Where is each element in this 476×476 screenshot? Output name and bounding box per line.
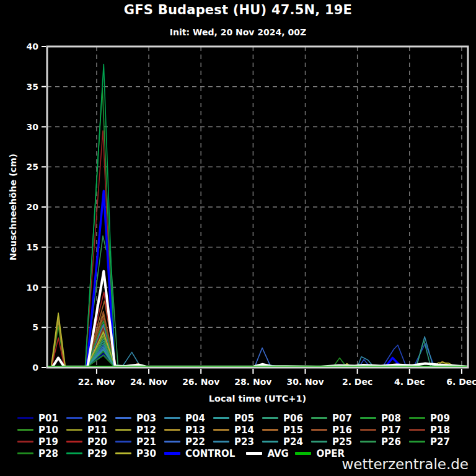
legend-swatch — [360, 417, 376, 419]
legend-item-p23: P23 — [213, 436, 262, 447]
legend-swatch — [17, 417, 33, 419]
legend-row: P10P11P12P13P14P15P16P17P18 — [0, 424, 476, 436]
legend-swatch — [262, 429, 278, 431]
legend-label: OPER — [316, 448, 345, 459]
legend-label: P08 — [381, 413, 401, 424]
legend-label: P22 — [185, 436, 205, 447]
legend-item-p25: P25 — [311, 436, 360, 447]
legend-swatch — [115, 452, 131, 454]
legend-swatch — [360, 429, 376, 431]
legend-label: P03 — [136, 413, 156, 424]
y-tick-label: 0 — [32, 363, 38, 372]
legend-label: P11 — [87, 425, 107, 436]
legend-swatch — [246, 452, 262, 455]
legend-swatch — [164, 441, 180, 443]
legend-swatch — [66, 441, 82, 443]
legend-item-p13: P13 — [164, 425, 213, 436]
y-tick-label: 20 — [27, 202, 39, 212]
legend-item-p02: P02 — [66, 413, 115, 424]
legend-swatch — [213, 417, 229, 419]
watermark: wetterzentrale.de — [342, 456, 469, 472]
legend-label: P01 — [38, 413, 58, 424]
y-axis: 0510152025303540 — [27, 42, 46, 372]
legend-swatch — [409, 429, 425, 431]
legend-swatch — [409, 441, 425, 443]
legend-item-p15: P15 — [262, 425, 311, 436]
legend-row: P01P02P03P04P05P06P07P08P09 — [0, 412, 476, 424]
y-axis-label: Neuschneehöhe (cm) — [8, 154, 18, 260]
legend-swatch — [164, 417, 180, 419]
legend-item-p28: P28 — [17, 448, 66, 459]
legend-item-p14: P14 — [213, 425, 262, 436]
legend-swatch — [115, 441, 131, 443]
legend-item-p12: P12 — [115, 425, 164, 436]
legend-swatch — [17, 441, 33, 443]
x-axis-label: Local time (UTC+1) — [209, 394, 306, 403]
y-tick-label: 40 — [27, 42, 39, 51]
legend-label: CONTROL — [185, 448, 235, 459]
legend-swatch — [311, 429, 327, 431]
legend-item-p04: P04 — [164, 413, 213, 424]
legend-swatch — [164, 452, 180, 455]
legend-label: P24 — [283, 436, 303, 447]
legend-label: AVG — [267, 448, 289, 459]
legend-swatch — [17, 452, 33, 454]
ensemble-plot: 051015202530354022. Nov24. Nov26. Nov28.… — [0, 0, 476, 409]
legend-item-p24: P24 — [262, 436, 311, 447]
legend-swatch — [115, 417, 131, 419]
x-tick-label: 6. Dec — [446, 377, 476, 387]
legend-swatch — [311, 417, 327, 419]
x-axis: 22. Nov24. Nov26. Nov28. Nov30. Nov2. De… — [78, 369, 476, 387]
legend-swatch — [164, 429, 180, 431]
legend-item-p29: P29 — [66, 448, 115, 459]
legend-label: P06 — [283, 413, 303, 424]
x-tick-label: 22. Nov — [78, 377, 115, 387]
legend-swatch — [66, 452, 82, 454]
legend-swatch — [295, 452, 311, 455]
legend-item-p16: P16 — [311, 425, 360, 436]
legend-label: P15 — [283, 425, 303, 436]
legend-label: P12 — [136, 425, 156, 436]
legend-label: P02 — [87, 413, 107, 424]
legend-item-p08: P08 — [360, 413, 409, 424]
legend-item-p06: P06 — [262, 413, 311, 424]
legend-swatch — [66, 417, 82, 419]
x-tick-label: 2. Dec — [342, 377, 372, 387]
legend-swatch — [262, 417, 278, 419]
legend-item-p30: P30 — [115, 448, 164, 459]
legend-label: P26 — [381, 436, 401, 447]
legend-item-avg: AVG — [246, 448, 295, 459]
legend-label: P13 — [185, 425, 205, 436]
y-tick-label: 35 — [27, 82, 38, 92]
legend-swatch — [262, 441, 278, 443]
x-tick-label: 30. Nov — [286, 377, 324, 387]
legend-label: P28 — [38, 448, 58, 459]
legend-label: P05 — [234, 413, 254, 424]
legend-item-p26: P26 — [360, 436, 409, 447]
legend-item-p01: P01 — [17, 413, 66, 424]
legend-item-p19: P19 — [17, 436, 66, 447]
legend: P01P02P03P04P05P06P07P08P09P10P11P12P13P… — [0, 412, 476, 459]
legend-label: P27 — [430, 436, 450, 447]
legend-item-p07: P07 — [311, 413, 360, 424]
x-tick-label: 24. Nov — [130, 377, 167, 387]
legend-swatch — [311, 441, 327, 443]
legend-swatch — [115, 429, 131, 431]
legend-label: P16 — [332, 425, 352, 436]
legend-item-p09: P09 — [409, 413, 458, 424]
y-tick-label: 15 — [27, 242, 38, 252]
legend-item-p03: P03 — [115, 413, 164, 424]
legend-label: P07 — [332, 413, 352, 424]
legend-label: P21 — [136, 436, 156, 447]
legend-label: P23 — [234, 436, 254, 447]
legend-row: P19P20P21P22P23P24P25P26P27 — [0, 436, 476, 447]
forecast-chart-page: GFS Budapest (HU) 47.5N, 19E Init: Wed, … — [0, 0, 476, 476]
legend-label: P25 — [332, 436, 352, 447]
series-lines — [47, 64, 468, 368]
legend-swatch — [409, 417, 425, 419]
legend-item-p11: P11 — [66, 425, 115, 436]
y-tick-label: 5 — [32, 322, 38, 332]
legend-label: P29 — [87, 448, 107, 459]
legend-swatch — [66, 429, 82, 431]
legend-label: P18 — [430, 425, 450, 436]
